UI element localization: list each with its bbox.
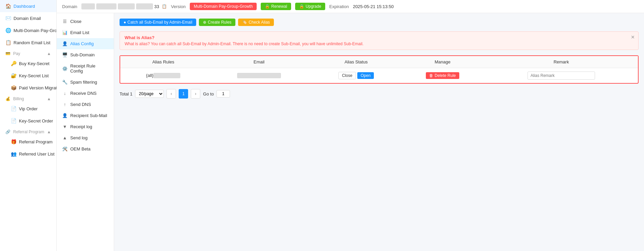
- sub-nav-oem-beta[interactable]: 🛠️ OEM Beta: [57, 143, 114, 155]
- total-label: Total 1: [120, 91, 132, 96]
- sidebar-item-key-secret-list[interactable]: 🔐 Key-Secret List: [0, 69, 56, 82]
- sub-nav-send-log[interactable]: ▲ Send log: [57, 132, 114, 143]
- package-icon: 📦: [11, 85, 16, 90]
- alias-table: Alias Rules Email Alias Status Manage Re…: [120, 56, 638, 83]
- content-area: ☰ Close 📊 Email List 👤 Alias Config 🖥️ S…: [57, 13, 644, 251]
- key-icon: 🔑: [11, 61, 16, 66]
- sidebar-item-referred-user-list[interactable]: 👥 Referred User List: [0, 148, 56, 160]
- sub-nav-close[interactable]: ☰ Close: [57, 16, 114, 27]
- sidebar-item-domain-email[interactable]: ✉️ Domain Email: [0, 12, 56, 24]
- col-alias-status: Alias Status: [312, 56, 401, 68]
- create-rules-button[interactable]: ⊕ Create Rules: [199, 19, 235, 26]
- delete-rule-button[interactable]: 🗑 Delete Rule: [426, 72, 459, 79]
- sidebar-item-key-secret-order[interactable]: 📄 Key-Secret Order: [0, 115, 56, 127]
- sidebar-item-paid-migration[interactable]: 📦 Paid Version Migration: [0, 82, 56, 94]
- sub-nav: ☰ Close 📊 Email List 👤 Alias Config 🖥️ S…: [57, 13, 114, 251]
- globe-icon: 🌐: [5, 28, 11, 33]
- gear-icon: ⚙️: [62, 66, 68, 71]
- goto-input[interactable]: [216, 90, 230, 97]
- sub-nav-sub-domain[interactable]: 🖥️ Sub-Domain: [57, 49, 114, 60]
- expiration-label: Expiration: [329, 4, 349, 9]
- sub-nav-receipt-log[interactable]: ▼ Receipt log: [57, 121, 114, 132]
- page-content: ● Catch all Sub-Email by Admin-Email ⊕ C…: [114, 13, 644, 251]
- menu-icon: ☰: [62, 19, 68, 24]
- alias-icon: 👤: [62, 41, 68, 46]
- sub-nav-recipient-sub-mail[interactable]: 👤 Recipient Sub-Mail: [57, 110, 114, 121]
- version-button[interactable]: Multi-Domain Pay-Group-Growth: [190, 3, 257, 10]
- referral-icon: 🔗: [5, 130, 10, 134]
- shield-icon: 🔒: [265, 4, 270, 9]
- cell-email: [206, 68, 312, 83]
- up-arrow-icon: ↑: [62, 102, 68, 107]
- sidebar-item-buy-key-secret[interactable]: 🔑 Buy Key-Secret: [0, 57, 56, 69]
- renewal-button[interactable]: 🔒 Renewal: [261, 3, 291, 10]
- status-open-button[interactable]: Open: [357, 72, 374, 79]
- chevron-up-icon-billing: ▲: [47, 96, 51, 101]
- sidebar-group-billing[interactable]: 💰 Billing ▲: [0, 94, 56, 103]
- list-icon: 📋: [5, 40, 11, 45]
- down-triangle-icon: ▼: [62, 124, 68, 129]
- billing-icon: 💰: [5, 96, 10, 101]
- monitor-icon: 🖥️: [62, 52, 68, 57]
- sub-nav-spam-filtering[interactable]: 🔧 Spam filtering: [57, 77, 114, 88]
- check-alias-button[interactable]: 🏷️ Check Alias: [238, 19, 274, 26]
- sidebar-item-multi-domain[interactable]: 🌐 Multi-Domain Pay-Group: [0, 24, 56, 36]
- page-1-button[interactable]: 1: [179, 89, 188, 99]
- sidebar-group-pay[interactable]: 💳 Pay ▲: [0, 49, 56, 57]
- sub-nav-receive-dns[interactable]: ↓ Receive DNS: [57, 88, 114, 99]
- domain-suffix: 33: [154, 4, 159, 9]
- table-row: {all} Close Open 🗑: [120, 68, 638, 83]
- pagination: Total 1 20/page 50/page 100/page ‹ 1 › G…: [120, 89, 639, 99]
- expiration-value: 2025-05-21 15:13:50: [353, 4, 394, 9]
- email-value: [237, 73, 281, 78]
- users-icon: 👥: [11, 151, 16, 157]
- dot-icon: ●: [124, 20, 126, 25]
- cell-alias-status: Close Open: [312, 68, 401, 83]
- copy-icon[interactable]: 📋: [162, 4, 167, 9]
- sub-nav-email-list[interactable]: 📊 Email List: [57, 27, 114, 38]
- sidebar-group-referral[interactable]: 🔗 Referral Program ▲: [0, 127, 56, 136]
- dashboard-icon: 🏠: [5, 3, 11, 9]
- sidebar-item-random-email[interactable]: 📋 Random Email List: [0, 36, 56, 49]
- info-box-title: What is Alias?: [125, 35, 634, 40]
- sidebar-item-referral-program[interactable]: 🎁 Referral Program: [0, 136, 56, 148]
- alias-rule-domain: [153, 73, 180, 78]
- sidebar-item-dashboard[interactable]: 🏠 Dashboard: [0, 0, 56, 12]
- sub-nav-alias-config[interactable]: 👤 Alias Config: [57, 38, 114, 49]
- main-area: Domain 33 📋 Version Multi-Domain Pay-Gro…: [57, 0, 644, 251]
- lock-icon: 🔐: [11, 73, 16, 78]
- sub-nav-send-dns[interactable]: ↑ Send DNS: [57, 99, 114, 110]
- next-page-button[interactable]: ›: [191, 89, 200, 99]
- cell-manage: 🗑 Delete Rule: [401, 68, 485, 83]
- chart-icon: 📊: [62, 30, 68, 35]
- goto-label: Go to: [203, 91, 214, 96]
- info-box: What is Alias? What is alias? You can ca…: [120, 31, 639, 50]
- pay-icon: 💳: [5, 51, 10, 56]
- version-label: Version: [171, 4, 185, 9]
- sidebar: 🏠 Dashboard ✉️ Domain Email 🌐 Multi-Doma…: [0, 0, 57, 251]
- alias-rule-prefix: {all}: [146, 73, 154, 78]
- upgrade-button[interactable]: 🔒 Upgrade: [295, 3, 325, 10]
- sidebar-item-vip-order[interactable]: 📄 Vip Order: [0, 103, 56, 115]
- up-triangle-icon: ▲: [62, 135, 68, 140]
- header-bar: Domain 33 📋 Version Multi-Domain Pay-Gro…: [57, 0, 644, 13]
- remark-input[interactable]: [527, 72, 595, 80]
- sub-nav-receipt-rule[interactable]: ⚙️ Receipt Rule Config: [57, 60, 114, 77]
- down-arrow-icon: ↓: [62, 91, 68, 96]
- catch-all-button[interactable]: ● Catch all Sub-Email by Admin-Email: [120, 19, 196, 26]
- action-buttons-row: ● Catch all Sub-Email by Admin-Email ⊕ C…: [120, 19, 639, 26]
- domain-part3: [118, 3, 135, 9]
- tag-icon: 🏷️: [242, 20, 247, 25]
- domain-part4: [136, 3, 153, 9]
- col-remark: Remark: [485, 56, 638, 68]
- prev-page-button[interactable]: ‹: [166, 89, 176, 99]
- email-icon: ✉️: [5, 16, 11, 21]
- person-icon: 👤: [62, 113, 68, 118]
- info-box-close-button[interactable]: ✕: [631, 34, 635, 40]
- per-page-select[interactable]: 20/page 50/page 100/page: [135, 90, 164, 98]
- status-close-button[interactable]: Close: [338, 72, 356, 79]
- domain-value-group: 33 📋: [81, 3, 167, 9]
- info-box-text: What is alias? You can catch all Sub-Ema…: [125, 41, 634, 46]
- gift-icon: 🎁: [11, 139, 16, 144]
- order2-icon: 📄: [11, 118, 16, 123]
